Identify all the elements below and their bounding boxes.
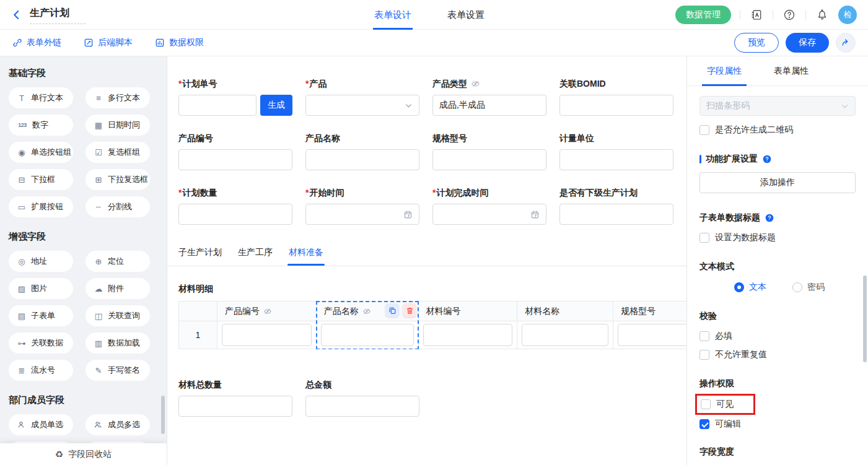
barcode-select: 扫描条形码 <box>699 96 856 116</box>
sidebar-item-lookup[interactable]: ◫关联查询 <box>85 305 150 326</box>
set-data-title-checkbox[interactable]: 设置为数据标题 <box>699 232 856 243</box>
sidebar-item-subform[interactable]: ▤子表单 <box>9 305 73 326</box>
data-manage-button[interactable]: 数据管理 <box>675 6 731 24</box>
help-badge-icon[interactable] <box>765 213 774 223</box>
help-badge-icon[interactable] <box>762 154 772 164</box>
column-material-code[interactable]: 材料编号 <box>418 302 517 321</box>
preview-button[interactable]: 预览 <box>734 33 779 53</box>
column-product-code[interactable]: 产品编号 <box>217 302 316 321</box>
sidebar-item-member-single[interactable]: 成员单选 <box>9 414 73 435</box>
has-sub-plan-input <box>559 204 673 225</box>
text-mode-heading: 文本模式 <box>699 261 856 272</box>
multi-select-icon: ⊞ <box>94 176 103 184</box>
backend-script-link[interactable]: 后端脚本 <box>84 37 133 48</box>
delete-column-button[interactable] <box>403 303 416 317</box>
row-number-cell: 1 <box>179 321 217 349</box>
field-start-time[interactable]: 开始时间 <box>305 186 419 225</box>
product-code-input <box>178 149 292 170</box>
sidebar-item-address[interactable]: ◎地址 <box>9 251 73 272</box>
panel-scrollbar[interactable] <box>863 276 867 362</box>
share-button[interactable] <box>836 33 856 53</box>
add-action-button[interactable]: 添加操作 <box>699 172 856 193</box>
sidebar-item-location[interactable]: ⊕定位 <box>85 251 150 272</box>
sidebar-item-number[interactable]: 123数字 <box>9 115 73 136</box>
field-unit[interactable]: 计量单位 <box>559 132 673 170</box>
sidebar-item-data-load[interactable]: ▥数据加载 <box>85 332 150 354</box>
checkbox-unchecked <box>699 233 709 243</box>
help-icon[interactable] <box>782 7 797 22</box>
lookup-icon: ◫ <box>94 312 103 320</box>
notification-bell-icon[interactable] <box>815 7 830 22</box>
column-spec-model[interactable]: 规格型号 <box>613 302 686 321</box>
radio-text[interactable]: 文本 <box>734 282 766 293</box>
checkbox-unchecked <box>699 350 709 360</box>
form-row-3: 计划数量 开始时间 计划完成时间 是否有下级生产计划 <box>178 186 686 225</box>
no-duplicate-checkbox[interactable]: 不允许重复值 <box>699 349 856 360</box>
field-product[interactable]: 产品 <box>305 77 419 116</box>
field-product-type[interactable]: 产品类型 成品,半成品 <box>432 77 546 116</box>
sidebar-item-divider[interactable]: ╌分割线 <box>85 196 150 217</box>
required-checkbox[interactable]: 必填 <box>699 331 856 342</box>
sidebar-item-multi-select[interactable]: ⊞下拉复选框 <box>85 169 150 190</box>
subtab-material-preparation[interactable]: 材料准备 <box>289 247 323 266</box>
tab-form-properties[interactable]: 表单属性 <box>774 56 809 86</box>
sidebar-item-radio-group[interactable]: ◉单选按钮组 <box>9 142 73 163</box>
radio-password[interactable]: 密码 <box>792 282 825 293</box>
trash-icon <box>406 306 414 315</box>
field-label: 关联BOMID <box>559 77 606 90</box>
contacts-icon[interactable] <box>749 7 764 22</box>
subtab-production-process[interactable]: 生产工序 <box>238 247 273 266</box>
column-material-name[interactable]: 材料名称 <box>517 302 613 321</box>
tab-field-properties[interactable]: 字段属性 <box>707 56 742 86</box>
field-finish-time[interactable]: 计划完成时间 <box>432 186 546 225</box>
sidebar-item-checkbox-group[interactable]: ☑复选框组 <box>85 142 150 163</box>
field-bom-id[interactable]: 关联BOMID <box>559 77 673 116</box>
field-spec[interactable]: 规格型号 <box>432 132 546 170</box>
sidebar-item-select[interactable]: ⊟下拉框 <box>9 169 73 190</box>
back-button[interactable] <box>11 9 22 20</box>
total-amount-input <box>305 396 419 417</box>
field-plan-qty[interactable]: 计划数量 <box>178 186 292 225</box>
form-title[interactable]: 生产计划 <box>30 5 85 24</box>
sidebar-item-attachment[interactable]: ☁附件 <box>85 278 150 299</box>
image-icon: ▨ <box>17 285 27 293</box>
form-external-link[interactable]: 表单外链 <box>12 37 61 48</box>
field-product-name[interactable]: 产品名称 <box>305 132 419 170</box>
sidebar-item-datetime[interactable]: ▦日期时间 <box>85 115 150 136</box>
sidebar-item-serial-number[interactable]: ≣流水号 <box>9 360 73 381</box>
sidebar-item-signature[interactable]: ✎手写签名 <box>85 360 150 381</box>
editable-checkbox[interactable]: 可编辑 <box>699 419 856 430</box>
data-load-icon: ▥ <box>94 339 103 347</box>
qr-code-checkbox[interactable]: 是否允许生成二维码 <box>699 124 856 136</box>
tab-form-design[interactable]: 表单设计 <box>374 0 411 30</box>
visible-checkbox[interactable]: 可见 <box>701 399 734 410</box>
row-number-header <box>179 302 217 321</box>
subtab-sub-production-plan[interactable]: 子生产计划 <box>178 247 222 266</box>
field-width-heading: 字段宽度 <box>699 446 856 458</box>
sidebar-item-image[interactable]: ▨图片 <box>9 278 73 299</box>
save-button[interactable]: 保存 <box>786 33 829 53</box>
field-recycle-bin[interactable]: ♻ 字段回收站 <box>0 443 167 465</box>
tab-form-settings[interactable]: 表单设置 <box>447 0 484 30</box>
signature-icon: ✎ <box>94 367 103 375</box>
field-label: 是否有下级生产计划 <box>559 186 638 199</box>
generate-button[interactable]: 生成 <box>260 95 292 116</box>
field-label: 材料总数量 <box>178 378 222 391</box>
eye-off-icon <box>471 79 480 89</box>
sidebar-item-member-multi[interactable]: 成员多选 <box>85 414 150 435</box>
sidebar-item-single-line-text[interactable]: T单行文本 <box>9 87 73 108</box>
finish-time-input <box>432 204 546 225</box>
field-plan-no[interactable]: 计划单号 生成 <box>178 77 292 116</box>
sidebar-scrollbar[interactable] <box>161 396 165 434</box>
sidebar-item-extension-button[interactable]: ▭扩展按钮 <box>9 196 73 217</box>
field-product-code[interactable]: 产品编号 <box>178 132 292 170</box>
datetime-icon: ▦ <box>94 121 103 129</box>
sidebar-item-linked-data[interactable]: ⊶关联数据 <box>9 332 73 354</box>
field-has-sub-plan[interactable]: 是否有下级生产计划 <box>559 186 673 225</box>
data-permission-link[interactable]: 数据权限 <box>155 37 204 48</box>
copy-column-button[interactable] <box>385 303 399 317</box>
user-avatar[interactable]: 检 <box>838 6 857 24</box>
field-total-amount[interactable]: 总金额 <box>305 378 419 417</box>
sidebar-item-multi-line-text[interactable]: ≡多行文本 <box>85 87 150 108</box>
field-total-qty[interactable]: 材料总数量 <box>178 378 292 417</box>
